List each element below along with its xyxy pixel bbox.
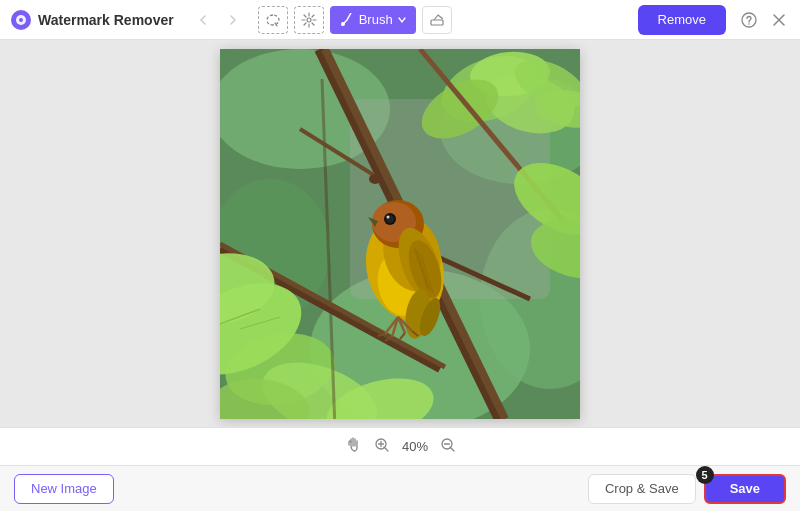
forward-button[interactable] xyxy=(220,7,246,33)
help-button[interactable] xyxy=(738,9,760,31)
app-title: Watermark Remover xyxy=(38,12,174,28)
svg-rect-5 xyxy=(431,20,443,25)
eraser-tool-button[interactable] xyxy=(422,6,452,34)
zoom-bar: 40% xyxy=(0,427,800,465)
svg-point-4 xyxy=(341,22,345,26)
brush-tool-button[interactable]: Brush xyxy=(330,6,416,34)
save-badge: 5 xyxy=(696,466,714,484)
svg-point-2 xyxy=(19,18,23,22)
lasso-tool-button[interactable] xyxy=(258,6,288,34)
save-wrapper: 5 Save xyxy=(704,474,786,504)
svg-point-34 xyxy=(369,174,381,184)
hand-tool-icon[interactable] xyxy=(344,436,362,458)
brush-label: Brush xyxy=(359,12,393,27)
tool-buttons: Brush Remove xyxy=(258,5,726,35)
zoom-in-icon[interactable] xyxy=(374,437,390,457)
zoom-out-icon[interactable] xyxy=(440,437,456,457)
svg-point-49 xyxy=(387,215,390,218)
app-logo-icon xyxy=(10,9,32,31)
save-button[interactable]: Save xyxy=(704,474,786,504)
bottom-right-actions: Crop & Save 5 Save xyxy=(588,474,786,504)
titlebar: Watermark Remover Brush Remove xyxy=(0,0,800,40)
back-button[interactable] xyxy=(190,7,216,33)
window-controls xyxy=(738,9,790,31)
svg-line-67 xyxy=(384,447,388,451)
magic-wand-button[interactable] xyxy=(294,6,324,34)
zoom-level: 40% xyxy=(402,439,428,454)
bottom-bar: New Image Crop & Save 5 Save xyxy=(0,465,800,511)
svg-line-71 xyxy=(450,447,454,451)
svg-point-6 xyxy=(742,13,756,27)
svg-point-7 xyxy=(748,23,750,25)
image-container xyxy=(220,49,580,419)
crop-save-button[interactable]: Crop & Save xyxy=(588,474,696,504)
remove-button[interactable]: Remove xyxy=(638,5,726,35)
svg-point-3 xyxy=(307,18,311,22)
bird-image xyxy=(220,49,580,419)
canvas-area xyxy=(0,40,800,427)
nav-buttons xyxy=(190,7,246,33)
new-image-button[interactable]: New Image xyxy=(14,474,114,504)
close-button[interactable] xyxy=(768,9,790,31)
